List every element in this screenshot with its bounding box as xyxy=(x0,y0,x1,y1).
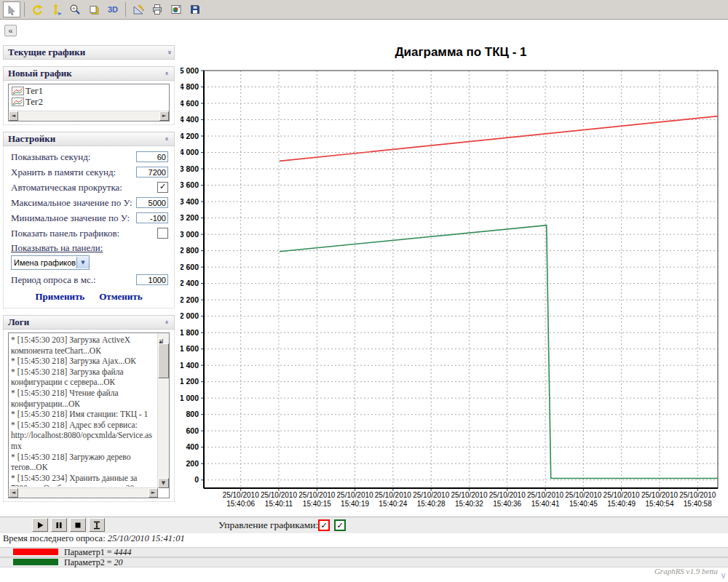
pointer-icon xyxy=(6,4,17,15)
settings-input[interactable] xyxy=(136,197,168,208)
svg-text:15:40:45: 15:40:45 xyxy=(569,500,598,508)
svg-text:600: 600 xyxy=(186,426,199,435)
svg-text:2 200: 2 200 xyxy=(181,295,199,304)
svg-text:25/10/2010: 25/10/2010 xyxy=(604,491,640,499)
save-button[interactable] xyxy=(186,1,204,17)
settings-checkbox[interactable] xyxy=(157,228,168,239)
tag-item[interactable]: Тег2 xyxy=(12,97,169,108)
stop-button[interactable] xyxy=(70,518,86,532)
tag-listbox: Тег1Тег2 ◄ ► xyxy=(8,84,170,121)
last-poll-label: Время последнего опроса: xyxy=(3,533,106,543)
zoom-button[interactable] xyxy=(66,1,84,17)
graph-control-label: Управление графиками: xyxy=(218,519,318,531)
scroll-right-button[interactable]: ► xyxy=(149,488,158,498)
legend-label: Параметр1 = 4444 xyxy=(64,547,131,558)
panel-header-logs[interactable]: Логи « xyxy=(3,315,175,330)
log-text: * [15:45:30 203] Загрузка ActiveX компон… xyxy=(11,335,157,487)
chart-plot[interactable]: 5 0004 8004 6004 4004 2004 0003 8003 600… xyxy=(181,65,722,514)
3d-label: 3D xyxy=(108,5,118,14)
chevron-double-up-icon: « xyxy=(164,320,171,324)
svg-text:15:40:41: 15:40:41 xyxy=(531,500,560,508)
legend-row: Параметр2 = 20 xyxy=(0,557,728,567)
move-button[interactable] xyxy=(47,1,65,17)
settings-label: Максимальное значение по У: xyxy=(11,197,136,209)
svg-text:25/10/2010: 25/10/2010 xyxy=(413,491,449,499)
apply-button[interactable]: Применить xyxy=(35,291,84,303)
chart-title: Диаграмма по ТКЦ - 1 xyxy=(204,45,718,60)
scroll-track[interactable] xyxy=(18,111,159,121)
svg-text:2 800: 2 800 xyxy=(181,246,199,255)
sidebar-collapse-button[interactable]: « xyxy=(4,25,17,36)
depth-button[interactable] xyxy=(85,1,103,17)
svg-text:1 400: 1 400 xyxy=(181,361,199,370)
svg-text:15:40:24: 15:40:24 xyxy=(379,500,407,508)
svg-text:1 600: 1 600 xyxy=(181,344,199,353)
svg-text:200: 200 xyxy=(186,459,199,468)
scroll-down-icon[interactable]: ∨ xyxy=(720,570,727,581)
settings-input[interactable] xyxy=(136,167,168,178)
tag-label: Тег1 xyxy=(25,86,43,97)
settings-checkbox[interactable]: ✓ xyxy=(157,182,168,193)
edit-chart-button[interactable] xyxy=(130,1,147,17)
panel-display-value: Имена графиков xyxy=(12,258,76,267)
panel-header-settings[interactable]: Настройки « xyxy=(3,132,175,146)
svg-text:15:40:32: 15:40:32 xyxy=(455,500,483,508)
legend-series-value: 4444 xyxy=(114,547,131,557)
svg-text:2 600: 2 600 xyxy=(181,263,199,271)
legend-series-value: 20 xyxy=(114,557,122,567)
svg-text:25/10/2010: 25/10/2010 xyxy=(489,491,526,499)
cancel-button[interactable]: Отменить xyxy=(99,291,142,303)
legend-color-swatch xyxy=(13,549,58,555)
pause-icon xyxy=(55,521,63,530)
copy-button[interactable] xyxy=(167,1,185,17)
play-button[interactable] xyxy=(32,518,48,532)
legend-color-swatch xyxy=(13,559,58,565)
settings-row: Хранить в памяти секунд: xyxy=(8,164,170,180)
svg-text:3 600: 3 600 xyxy=(181,180,199,189)
save-icon xyxy=(189,4,201,15)
series2-visibility-checkbox[interactable]: ✓ xyxy=(334,519,346,531)
pointer-button[interactable] xyxy=(3,1,20,17)
scroll-down-button[interactable]: ▼ xyxy=(158,478,169,488)
panel-header-new-graph[interactable]: Новый график « xyxy=(3,66,175,81)
svg-text:25/10/2010: 25/10/2010 xyxy=(641,491,678,499)
fit-scale-button[interactable] xyxy=(89,518,105,532)
scroll-right-button[interactable]: ► xyxy=(159,111,169,121)
svg-text:3 200: 3 200 xyxy=(181,213,199,222)
scroll-track[interactable] xyxy=(18,488,149,498)
print-button[interactable] xyxy=(149,1,166,17)
panel-current-graphs: Текущие графики « xyxy=(3,45,175,60)
svg-text:15:40:15: 15:40:15 xyxy=(303,500,331,508)
settings-input[interactable] xyxy=(136,212,168,223)
graphrs-app: { "toolbar": { "icons": ["pointer-icon",… xyxy=(0,0,728,582)
poll-period-label: Период опроса в мс.: xyxy=(11,274,136,286)
panel-title: Логи xyxy=(8,316,29,328)
panel-logs: Логи « * [15:45:30 203] Загрузка ActiveX… xyxy=(3,315,175,502)
panel-display-select[interactable]: Имена графиков ▼ xyxy=(11,255,90,270)
settings-row: Показывать секунд: xyxy=(8,149,170,164)
scroll-thumb[interactable] xyxy=(158,343,169,378)
legend-series-name: Параметр1 xyxy=(64,547,105,557)
svg-text:4 000: 4 000 xyxy=(181,148,199,156)
settings-input[interactable] xyxy=(136,151,168,162)
scroll-left-button[interactable]: ◄ xyxy=(9,111,18,121)
tag-item[interactable]: Тег1 xyxy=(12,86,169,97)
pause-button[interactable] xyxy=(51,518,67,532)
print-icon xyxy=(151,4,163,15)
3d-button[interactable]: 3D xyxy=(104,1,122,17)
settings-row: Минимальное значение по У: xyxy=(8,210,170,226)
svg-text:4 600: 4 600 xyxy=(181,99,199,108)
svg-text:15:40:19: 15:40:19 xyxy=(341,500,369,508)
tag-chart-icon xyxy=(12,97,25,107)
chevron-double-left-icon: « xyxy=(8,26,12,35)
panel-header-current-graphs[interactable]: Текущие графики « xyxy=(3,45,175,60)
svg-text:15:40:49: 15:40:49 xyxy=(607,500,636,508)
scroll-left-button[interactable]: ◄ xyxy=(9,488,18,498)
legend-series-name: Параметр2 xyxy=(64,557,105,567)
svg-text:400: 400 xyxy=(186,442,199,451)
poll-period-input[interactable] xyxy=(136,274,168,285)
chevron-down-icon: ▼ xyxy=(76,257,89,268)
rotate-button[interactable] xyxy=(28,1,46,17)
series1-visibility-checkbox[interactable]: ✓ xyxy=(318,519,330,531)
toolbar: 3D xyxy=(0,0,728,20)
